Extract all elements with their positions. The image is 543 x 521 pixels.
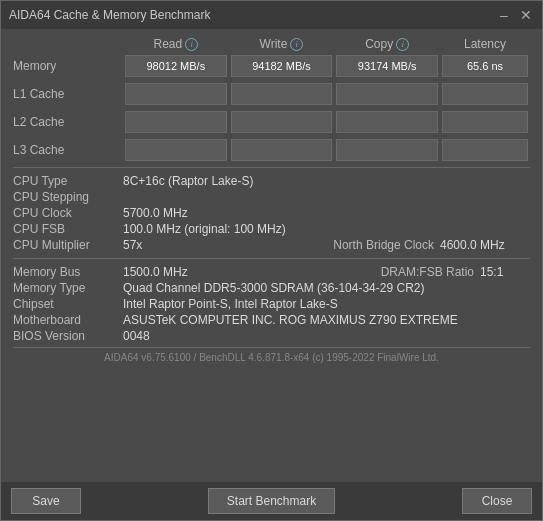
bios-value: 0048	[123, 329, 530, 343]
divider-2	[13, 258, 530, 259]
l2-latency-input[interactable]	[442, 111, 528, 133]
main-window: AIDA64 Cache & Memory Benchmark – ✕ Read…	[0, 0, 543, 521]
l3-latency-input[interactable]	[442, 139, 528, 161]
l3-label: L3 Cache	[13, 143, 123, 157]
memory-copy-input[interactable]	[336, 55, 438, 77]
dram-fsb-value: 15:1	[480, 265, 530, 279]
mem-bus-label: Memory Bus	[13, 265, 123, 279]
read-info-icon[interactable]: i	[185, 38, 198, 51]
bottom-bar: Save Start Benchmark Close	[1, 482, 542, 520]
chipset-value: Intel Raptor Point-S, Intel Raptor Lake-…	[123, 297, 530, 311]
l3-write-input[interactable]	[231, 139, 333, 161]
l1-row: L1 Cache	[13, 83, 530, 105]
bench-header: Read i Write i Copy i Latency	[13, 37, 530, 51]
memory-copy-cell	[336, 55, 438, 77]
cpu-type-label: CPU Type	[13, 174, 123, 188]
title-controls: – ✕	[496, 7, 534, 23]
chipset-label: Chipset	[13, 297, 123, 311]
close-button[interactable]: Close	[462, 488, 532, 514]
start-benchmark-button[interactable]: Start Benchmark	[208, 488, 335, 514]
copy-info-icon[interactable]: i	[396, 38, 409, 51]
l1-label: L1 Cache	[13, 87, 123, 101]
divider-1	[13, 167, 530, 168]
l3-copy-input[interactable]	[336, 139, 438, 161]
write-info-icon[interactable]: i	[290, 38, 303, 51]
latency-header: Latency	[440, 37, 530, 51]
l1-copy-input[interactable]	[336, 83, 438, 105]
mem-type-value: Quad Channel DDR5-3000 SDRAM (36-104-34-…	[123, 281, 530, 295]
read-header: Read i	[123, 37, 229, 51]
l2-read-input[interactable]	[125, 111, 227, 133]
l3-read-input[interactable]	[125, 139, 227, 161]
copy-header: Copy i	[334, 37, 440, 51]
memory-read-cell	[125, 55, 227, 77]
window-title: AIDA64 Cache & Memory Benchmark	[9, 8, 210, 22]
write-header: Write i	[229, 37, 335, 51]
cpu-info-grid: CPU Type 8C+16c (Raptor Lake-S) CPU Step…	[13, 174, 530, 236]
memory-label: Memory	[13, 59, 123, 73]
l2-copy-input[interactable]	[336, 111, 438, 133]
nb-clock-label: North Bridge Clock	[333, 238, 440, 252]
cpu-stepping-value	[123, 190, 530, 204]
l2-write-input[interactable]	[231, 111, 333, 133]
cpu-clock-value: 5700.0 MHz	[123, 206, 530, 220]
l1-read-input[interactable]	[125, 83, 227, 105]
l1-write-input[interactable]	[231, 83, 333, 105]
minimize-button[interactable]: –	[496, 7, 512, 23]
memory-latency-cell	[442, 55, 528, 77]
memory-row: Memory	[13, 55, 530, 77]
cpu-mult-value: 57x	[123, 238, 333, 252]
bios-label: BIOS Version	[13, 329, 123, 343]
l1-latency-input[interactable]	[442, 83, 528, 105]
l2-label: L2 Cache	[13, 115, 123, 129]
mem-info-grid: Memory Type Quad Channel DDR5-3000 SDRAM…	[13, 281, 530, 343]
motherboard-value: ASUSTeK COMPUTER INC. ROG MAXIMUS Z790 E…	[123, 313, 530, 327]
cpu-stepping-label: CPU Stepping	[13, 190, 123, 204]
l2-row: L2 Cache	[13, 111, 530, 133]
cpu-type-value: 8C+16c (Raptor Lake-S)	[123, 174, 530, 188]
mem-type-label: Memory Type	[13, 281, 123, 295]
memory-read-input[interactable]	[125, 55, 227, 77]
cpu-clock-label: CPU Clock	[13, 206, 123, 220]
close-window-button[interactable]: ✕	[518, 7, 534, 23]
l3-row: L3 Cache	[13, 139, 530, 161]
footer-text: AIDA64 v6.75.6100 / BenchDLL 4.6.871.8-x…	[13, 347, 530, 365]
content-area: Read i Write i Copy i Latency Memory	[1, 29, 542, 482]
title-bar: AIDA64 Cache & Memory Benchmark – ✕	[1, 1, 542, 29]
cpu-fsb-value: 100.0 MHz (original: 100 MHz)	[123, 222, 530, 236]
mem-bus-value: 1500.0 MHz	[123, 265, 381, 279]
cpu-fsb-label: CPU FSB	[13, 222, 123, 236]
memory-write-input[interactable]	[231, 55, 333, 77]
memory-latency-input[interactable]	[442, 55, 528, 77]
save-button[interactable]: Save	[11, 488, 81, 514]
dram-fsb-label: DRAM:FSB Ratio	[381, 265, 480, 279]
memory-write-cell	[231, 55, 333, 77]
motherboard-label: Motherboard	[13, 313, 123, 327]
cpu-mult-label: CPU Multiplier	[13, 238, 123, 252]
nb-clock-value: 4600.0 MHz	[440, 238, 530, 252]
